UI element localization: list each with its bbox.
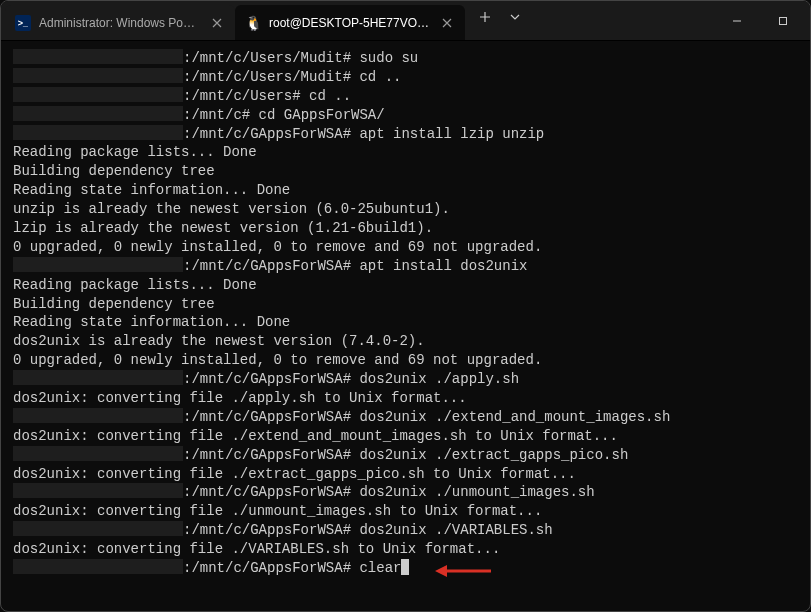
- terminal-line: :/mnt/c/GAppsForWSA# dos2unix ./extend_a…: [13, 408, 798, 427]
- tab-label: root@DESKTOP-5HE77VO: /mn: [269, 16, 431, 30]
- terminal-line: :/mnt/c/GAppsForWSA# clear: [13, 559, 798, 578]
- command-text: dos2unix ./extend_and_mount_images.sh: [351, 408, 670, 427]
- command-text: sudo su: [351, 49, 418, 68]
- redacted-user-host: [13, 446, 183, 461]
- prompt-path: :/mnt/c/GAppsForWSA#: [183, 446, 351, 465]
- text-cursor: [401, 559, 409, 575]
- command-text: apt install dos2unix: [351, 257, 527, 276]
- tab-powershell[interactable]: >_ Administrator: Windows PowerS: [5, 5, 235, 40]
- terminal-line: dos2unix is already the newest version (…: [13, 332, 798, 351]
- output-text: Reading state information... Done: [13, 313, 290, 332]
- prompt-path: :/mnt/c/GAppsForWSA#: [183, 559, 351, 578]
- command-text: apt install lzip unzip: [351, 125, 544, 144]
- terminal-line: :/mnt/c/GAppsForWSA# apt install dos2uni…: [13, 257, 798, 276]
- terminal-line: Reading state information... Done: [13, 313, 798, 332]
- redacted-user-host: [13, 257, 183, 272]
- output-text: Building dependency tree: [13, 162, 215, 181]
- terminal-line: :/mnt/c/Users# cd ..: [13, 87, 798, 106]
- command-text: dos2unix ./unmount_images.sh: [351, 483, 595, 502]
- output-text: Reading package lists... Done: [13, 143, 257, 162]
- redacted-user-host: [13, 68, 183, 83]
- terminal-line: :/mnt/c# cd GAppsForWSA/: [13, 106, 798, 125]
- prompt-path: :/mnt/c/GAppsForWSA#: [183, 370, 351, 389]
- new-tab-button[interactable]: [469, 1, 501, 33]
- terminal-line: dos2unix: converting file ./VARIABLES.sh…: [13, 540, 798, 559]
- prompt-path: :/mnt/c/GAppsForWSA#: [183, 125, 351, 144]
- terminal-line: :/mnt/c/GAppsForWSA# dos2unix ./extract_…: [13, 446, 798, 465]
- prompt-path: :/mnt/c/Users/Mudit#: [183, 68, 351, 87]
- terminal-line: 0 upgraded, 0 newly installed, 0 to remo…: [13, 351, 798, 370]
- command-text: clear: [351, 559, 401, 578]
- terminal-line: lzip is already the newest version (1.21…: [13, 219, 798, 238]
- prompt-path: :/mnt/c/GAppsForWSA#: [183, 521, 351, 540]
- output-text: 0 upgraded, 0 newly installed, 0 to remo…: [13, 238, 542, 257]
- output-text: dos2unix: converting file ./VARIABLES.sh…: [13, 540, 500, 559]
- terminal-line: :/mnt/c/GAppsForWSA# dos2unix ./unmount_…: [13, 483, 798, 502]
- minimize-button[interactable]: [714, 5, 760, 37]
- tab-wsl[interactable]: 🐧 root@DESKTOP-5HE77VO: /mn: [235, 5, 465, 40]
- output-text: dos2unix: converting file ./extend_and_m…: [13, 427, 618, 446]
- tab-dropdown-button[interactable]: [501, 1, 529, 33]
- command-text: dos2unix ./VARIABLES.sh: [351, 521, 553, 540]
- output-text: lzip is already the newest version (1.21…: [13, 219, 433, 238]
- terminal-line: dos2unix: converting file ./apply.sh to …: [13, 389, 798, 408]
- maximize-button[interactable]: [760, 5, 806, 37]
- command-text: cd ..: [351, 68, 401, 87]
- prompt-path: :/mnt/c/GAppsForWSA#: [183, 408, 351, 427]
- output-text: dos2unix is already the newest version (…: [13, 332, 425, 351]
- prompt-path: :/mnt/c/GAppsForWSA#: [183, 483, 351, 502]
- redacted-user-host: [13, 483, 183, 498]
- output-text: dos2unix: converting file ./extract_gapp…: [13, 465, 576, 484]
- redacted-user-host: [13, 559, 183, 574]
- output-text: Building dependency tree: [13, 295, 215, 314]
- redacted-user-host: [13, 408, 183, 423]
- terminal-line: :/mnt/c/GAppsForWSA# dos2unix ./VARIABLE…: [13, 521, 798, 540]
- command-text: cd GAppsForWSA/: [250, 106, 384, 125]
- redacted-user-host: [13, 87, 183, 102]
- redacted-user-host: [13, 521, 183, 536]
- tab-label: Administrator: Windows PowerS: [39, 16, 201, 30]
- prompt-path: :/mnt/c/GAppsForWSA#: [183, 257, 351, 276]
- terminal-line: dos2unix: converting file ./extract_gapp…: [13, 465, 798, 484]
- powershell-icon: >_: [15, 15, 31, 31]
- window-controls: [714, 5, 806, 37]
- tux-icon: 🐧: [245, 15, 261, 31]
- redacted-user-host: [13, 125, 183, 140]
- command-text: dos2unix ./extract_gapps_pico.sh: [351, 446, 628, 465]
- terminal-line: :/mnt/c/Users/Mudit# cd ..: [13, 68, 798, 87]
- prompt-path: :/mnt/c#: [183, 106, 250, 125]
- prompt-path: :/mnt/c/Users/Mudit#: [183, 49, 351, 68]
- terminal-line: Building dependency tree: [13, 295, 798, 314]
- terminal-line: dos2unix: converting file ./unmount_imag…: [13, 502, 798, 521]
- terminal-line: 0 upgraded, 0 newly installed, 0 to remo…: [13, 238, 798, 257]
- redacted-user-host: [13, 106, 183, 121]
- terminal-line: :/mnt/c/GAppsForWSA# apt install lzip un…: [13, 125, 798, 144]
- terminal-line: :/mnt/c/Users/Mudit# sudo su: [13, 49, 798, 68]
- redacted-user-host: [13, 49, 183, 64]
- command-text: cd ..: [301, 87, 351, 106]
- terminal-line: :/mnt/c/GAppsForWSA# dos2unix ./apply.sh: [13, 370, 798, 389]
- tab-strip: >_ Administrator: Windows PowerS 🐧 root@…: [5, 1, 714, 40]
- prompt-path: :/mnt/c/Users#: [183, 87, 301, 106]
- close-icon[interactable]: [439, 15, 455, 31]
- close-icon[interactable]: [209, 15, 225, 31]
- titlebar: >_ Administrator: Windows PowerS 🐧 root@…: [1, 1, 810, 41]
- terminal-line: Building dependency tree: [13, 162, 798, 181]
- command-text: dos2unix ./apply.sh: [351, 370, 519, 389]
- terminal-line: Reading state information... Done: [13, 181, 798, 200]
- svg-rect-0: [780, 17, 787, 24]
- redacted-user-host: [13, 370, 183, 385]
- output-text: Reading state information... Done: [13, 181, 290, 200]
- terminal-line: Reading package lists... Done: [13, 276, 798, 295]
- terminal-line: unzip is already the newest version (6.0…: [13, 200, 798, 219]
- output-text: Reading package lists... Done: [13, 276, 257, 295]
- terminal-line: Reading package lists... Done: [13, 143, 798, 162]
- terminal-output[interactable]: :/mnt/c/Users/Mudit# sudo su:/mnt/c/User…: [1, 41, 810, 611]
- output-text: dos2unix: converting file ./unmount_imag…: [13, 502, 542, 521]
- terminal-line: dos2unix: converting file ./extend_and_m…: [13, 427, 798, 446]
- output-text: unzip is already the newest version (6.0…: [13, 200, 450, 219]
- output-text: 0 upgraded, 0 newly installed, 0 to remo…: [13, 351, 542, 370]
- output-text: dos2unix: converting file ./apply.sh to …: [13, 389, 467, 408]
